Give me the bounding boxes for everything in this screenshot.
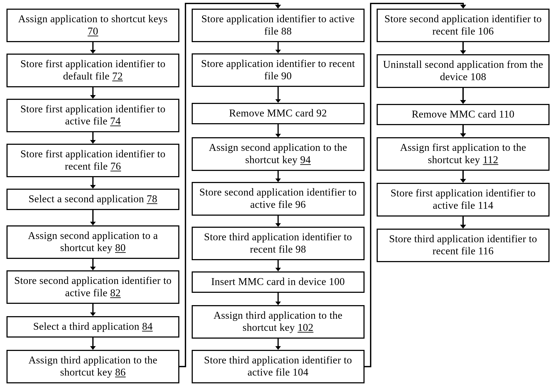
step-text: Store second application identifier to r… xyxy=(384,13,542,37)
svg-marker-1 xyxy=(90,50,96,54)
flow-step: Assign application to shortcut keys 70 xyxy=(7,9,179,42)
step-text: Store first application identifier to de… xyxy=(20,58,166,82)
down-arrow xyxy=(88,338,98,350)
step-ref: 70 xyxy=(88,25,98,37)
down-arrow xyxy=(458,42,468,54)
step-text: Store first application identifier to ac… xyxy=(390,187,536,211)
step-ref: 78 xyxy=(147,193,157,204)
down-arrow xyxy=(273,339,283,350)
step-ref: 74 xyxy=(110,115,121,127)
flow-step: Store third application identifier to re… xyxy=(377,229,549,262)
flow-step: Store first application identifier to de… xyxy=(7,54,179,87)
step-text: Assign second application to a shortcut … xyxy=(28,230,158,254)
flow-step: Store application identifier to active f… xyxy=(192,9,364,42)
svg-marker-9 xyxy=(90,222,96,225)
flow-step: Remove MMC card 92 xyxy=(192,103,364,124)
flow-step: Assign third application to the shortcut… xyxy=(192,305,364,339)
svg-marker-35 xyxy=(460,100,466,104)
svg-marker-37 xyxy=(460,133,466,137)
step-ref: 84 xyxy=(142,321,153,332)
down-arrow xyxy=(273,42,283,53)
flow-step: Assign first application to the shortcut… xyxy=(377,137,549,171)
step-text: Store first application identifier to re… xyxy=(20,148,166,172)
down-arrow xyxy=(458,171,468,183)
step-ref: 86 xyxy=(115,366,126,378)
flow-step: Assign second application to a shortcut … xyxy=(7,225,179,259)
svg-marker-7 xyxy=(90,185,96,189)
down-arrow xyxy=(458,216,468,229)
flow-column-2: Store application identifier to active f… xyxy=(192,9,364,383)
step-text: Assign first application to the shortcut… xyxy=(400,142,526,165)
svg-marker-43 xyxy=(460,5,466,9)
step-ref: 100 xyxy=(329,276,345,287)
svg-marker-13 xyxy=(90,313,96,316)
step-text: Remove MMC card xyxy=(412,108,499,120)
svg-marker-33 xyxy=(460,50,466,54)
step-ref: 114 xyxy=(478,200,493,211)
svg-marker-23 xyxy=(275,178,281,182)
step-ref: 102 xyxy=(298,322,314,333)
step-ref: 96 xyxy=(295,199,306,210)
flow-step: Store third application identifier to re… xyxy=(192,227,364,260)
step-ref: 104 xyxy=(293,366,309,378)
flow-column-3: Store second application identifier to r… xyxy=(377,9,549,383)
step-text: Remove MMC card xyxy=(229,107,316,119)
down-arrow xyxy=(88,304,98,316)
step-ref: 92 xyxy=(316,107,327,119)
step-ref: 76 xyxy=(110,160,121,172)
flow-step: Store second application identifier to r… xyxy=(377,9,549,42)
step-text: Store first application identifier to ac… xyxy=(20,103,166,127)
svg-marker-15 xyxy=(90,346,96,350)
flow-step: Store first application identifier to ac… xyxy=(377,183,549,216)
step-text: Assign third application to the shortcut… xyxy=(214,309,342,333)
down-arrow xyxy=(458,88,468,104)
step-ref: 112 xyxy=(483,154,498,165)
down-arrow xyxy=(88,177,98,189)
step-text: Select a third application xyxy=(33,321,142,332)
step-text: Store third application identifier to ac… xyxy=(204,354,352,378)
svg-marker-39 xyxy=(460,179,466,183)
step-ref: 106 xyxy=(478,25,494,37)
svg-marker-19 xyxy=(275,99,281,103)
down-arrow xyxy=(458,125,468,137)
step-ref: 80 xyxy=(115,242,126,253)
flow-step: Select a second application 78 xyxy=(7,189,179,210)
svg-marker-41 xyxy=(460,225,466,229)
step-ref: 98 xyxy=(296,243,306,255)
down-arrow xyxy=(88,210,98,225)
svg-marker-31 xyxy=(275,346,281,350)
down-arrow xyxy=(273,293,283,305)
step-ref: 88 xyxy=(281,25,292,37)
step-text: Store application identifier to active f… xyxy=(201,13,355,37)
flow-step: Store application identifier to recent f… xyxy=(192,53,364,87)
flow-step: Assign second application to the shortcu… xyxy=(192,137,364,171)
down-arrow xyxy=(88,132,98,144)
down-arrow xyxy=(273,124,283,138)
flow-step: Store first application identifier to re… xyxy=(7,144,179,177)
step-text: Assign second application to the shortcu… xyxy=(209,142,347,165)
down-arrow xyxy=(273,260,283,271)
step-text: Assign application to shortcut keys xyxy=(18,13,168,24)
svg-marker-17 xyxy=(275,50,281,53)
step-ref: 108 xyxy=(471,71,486,82)
svg-marker-29 xyxy=(275,301,281,305)
down-arrow xyxy=(273,171,283,182)
svg-marker-21 xyxy=(275,134,281,138)
flow-step: Uninstall second application from the de… xyxy=(377,54,549,88)
flow-step: Store second application identifier to a… xyxy=(192,182,364,215)
svg-marker-5 xyxy=(90,140,96,144)
flow-step: Store first application identifier to ac… xyxy=(7,99,179,132)
flow-step: Select a third application 84 xyxy=(7,316,179,338)
flow-step: Store second application identifier to a… xyxy=(7,270,179,304)
step-ref: 110 xyxy=(499,108,515,120)
step-text: Store application identifier to recent f… xyxy=(201,58,355,81)
flow-column-1: Assign application to shortcut keys 70 S… xyxy=(7,9,179,383)
step-text: Uninstall second application from the de… xyxy=(383,59,543,82)
step-ref: 94 xyxy=(300,154,311,165)
step-ref: 116 xyxy=(478,245,494,256)
step-text: Select a second application xyxy=(29,193,147,204)
step-text: Store second application identifier to a… xyxy=(14,275,172,299)
down-arrow xyxy=(273,216,283,227)
step-text: Store third application identifier to re… xyxy=(389,233,537,257)
flow-step: Remove MMC card 110 xyxy=(377,104,549,125)
